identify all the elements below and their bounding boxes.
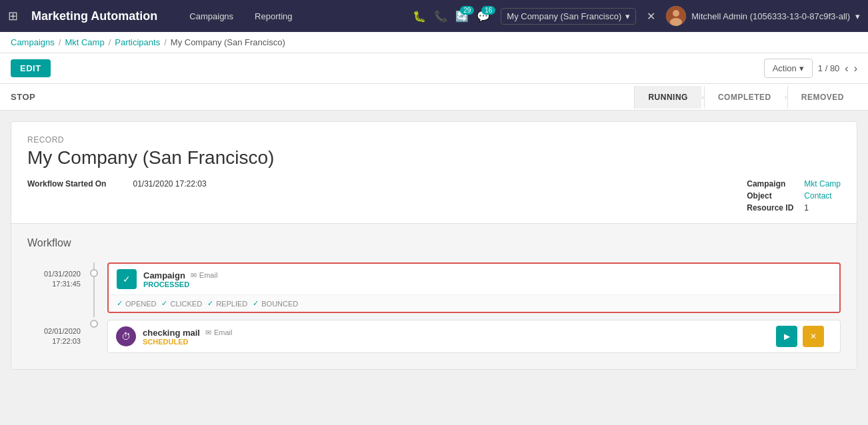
campaign-label: Campaign	[747, 179, 793, 189]
workflow-title: Workflow	[27, 237, 841, 249]
workflow-started-label: Workflow Started On	[27, 179, 106, 189]
company-selector[interactable]: My Company (San Francisco) ▾	[501, 8, 636, 25]
badge-clicked: ✓ CLICKED	[161, 299, 202, 308]
action-chevron-icon: ▾	[799, 63, 804, 73]
icon-group: 🐛 📞 🔄 29 💬 16	[413, 10, 490, 23]
wf-card-status-1: PROCESSED	[143, 280, 831, 288]
pager-next-button[interactable]: ›	[854, 63, 857, 75]
wf-card-campaign: ✓ Campaign ✉ Email PROCESSED	[107, 262, 841, 313]
avatar	[666, 6, 686, 26]
wf-mid-2	[87, 320, 101, 353]
badge-replied: ✓ REPLIED	[207, 299, 247, 308]
check-bounced: ✓	[253, 299, 259, 308]
tab-removed[interactable]: REMOVED	[787, 86, 857, 109]
company-name: My Company (San Francisco)	[507, 11, 621, 21]
wf-card-actions-2: ▶ ✕	[776, 326, 832, 347]
wf-card-checking-mail: ⏱ checking mail ✉ Email SCHEDULED	[107, 320, 841, 353]
tab-completed[interactable]: COMPLETED	[704, 86, 785, 109]
breadcrumb-sep-2: /	[109, 37, 111, 47]
tab-group: RUNNING › COMPLETED › REMOVED	[634, 86, 857, 109]
tab-running[interactable]: RUNNING	[634, 86, 701, 109]
toolbar: EDIT Action ▾ 1 / 80 ‹ ›	[0, 53, 868, 84]
chat-icon[interactable]: 💬 16	[477, 10, 490, 23]
record-title: My Company (San Francisco)	[27, 147, 841, 169]
edit-button[interactable]: EDIT	[11, 59, 51, 77]
check-replied: ✓	[207, 299, 213, 308]
wf-card-info-1: Campaign ✉ Email PROCESSED	[143, 270, 831, 288]
record-card: Record My Company (San Francisco) Workfl…	[11, 121, 857, 370]
envelope-icon-2: ✉	[205, 328, 211, 337]
wf-card-type-2: ✉ Email	[205, 328, 233, 337]
nav-campaigns[interactable]: Campaigns	[184, 9, 239, 24]
user-name: Mitchell Admin (1056333-13-0-87c9f3-all)	[691, 11, 850, 21]
envelope-icon-1: ✉	[191, 271, 197, 280]
pager-prev-button[interactable]: ‹	[845, 63, 848, 75]
wf-timestamp-1: 01/31/2020 17:31:45	[27, 262, 81, 317]
user-area[interactable]: Mitchell Admin (1056333-13-0-87c9f3-all)…	[666, 6, 860, 26]
wf-card-status-2: SCHEDULED	[143, 338, 769, 346]
wf-card-badges-1: ✓ OPENED ✓ CLICKED ✓ REPLIED	[109, 294, 839, 312]
phone-icon[interactable]: 📞	[434, 10, 447, 23]
record-meta-right: Campaign Mkt Camp Object Contact Resourc…	[747, 179, 841, 212]
action-label: Action	[773, 63, 797, 73]
pager-text: 1 / 80	[818, 63, 840, 73]
wf-card-title-1: Campaign	[143, 270, 185, 280]
stop-button[interactable]: STOP	[11, 84, 35, 110]
timeline-dot-1	[90, 269, 98, 277]
breadcrumb-sep-3: /	[164, 37, 167, 47]
chat-badge: 16	[481, 6, 495, 15]
breadcrumb-mktcamp[interactable]: Mkt Camp	[65, 37, 104, 47]
wf-card-2: ⏱ checking mail ✉ Email SCHEDULED	[107, 320, 841, 353]
app-title: Marketing Automation	[31, 9, 157, 23]
grid-icon[interactable]: ⊞	[8, 9, 18, 23]
pager: 1 / 80 ‹ ›	[818, 63, 857, 75]
user-chevron-icon: ▾	[855, 11, 860, 21]
badge-opened: ✓ OPENED	[117, 299, 156, 308]
top-nav: ⊞ Marketing Automation Campaigns Reporti…	[0, 0, 868, 32]
resource-id-value: 1	[804, 203, 841, 212]
breadcrumb-current: My Company (San Francisco)	[171, 37, 285, 47]
wf-card-title-2: checking mail	[143, 328, 200, 338]
chevron-down-icon: ▾	[625, 11, 630, 21]
wf-card-info-2: checking mail ✉ Email SCHEDULED	[143, 328, 769, 346]
wf-card-type-1: ✉ Email	[191, 271, 218, 280]
record-label: Record	[27, 135, 841, 145]
action-button[interactable]: Action ▾	[764, 59, 813, 78]
wf-card-header-2: ⏱ checking mail ✉ Email SCHEDULED	[108, 320, 840, 352]
breadcrumb-participants[interactable]: Participants	[115, 37, 160, 47]
object-label: Object	[747, 191, 793, 201]
main-content: Record My Company (San Francisco) Workfl…	[0, 111, 868, 380]
breadcrumb-campaigns[interactable]: Campaigns	[11, 37, 55, 47]
workflow-item-1: 01/31/2020 17:31:45 ✓ Campaign	[27, 262, 841, 317]
svg-point-1	[673, 10, 679, 17]
object-value: Contact	[804, 191, 841, 201]
workflow-item-2: 02/01/2020 17:22:03 ⏱ checking mail	[27, 320, 841, 353]
wf-icon-teal-1: ✓	[117, 269, 137, 289]
svg-point-2	[670, 18, 682, 26]
wf-mid-1	[87, 262, 101, 317]
refresh-icon[interactable]: 🔄 29	[455, 10, 469, 23]
breadcrumb-sep-1: /	[59, 37, 61, 47]
close-icon[interactable]: ✕	[647, 10, 655, 23]
wf-timestamp-2: 02/01/2020 17:22:03	[27, 320, 81, 353]
campaign-value: Mkt Camp	[804, 179, 841, 189]
status-tabs: STOP RUNNING › COMPLETED › REMOVED	[0, 84, 868, 111]
wf-icon-purple-2: ⏱	[116, 326, 136, 346]
badge-bounced: ✓ BOUNCED	[253, 299, 298, 308]
bug-icon[interactable]: 🐛	[413, 10, 426, 23]
record-header: Record My Company (San Francisco) Workfl…	[11, 122, 857, 224]
check-opened: ✓	[117, 299, 123, 308]
play-button[interactable]: ▶	[776, 326, 797, 347]
timeline-dot-2	[90, 320, 98, 328]
nav-reporting[interactable]: Reporting	[249, 9, 297, 24]
wf-card-1: ✓ Campaign ✉ Email PROCESSED	[107, 262, 841, 317]
workflow-started-value: 01/31/2020 17:22:03	[133, 179, 206, 189]
refresh-badge: 29	[460, 6, 474, 15]
breadcrumb: Campaigns / Mkt Camp / Participants / My…	[0, 32, 868, 53]
wf-card-header-1: ✓ Campaign ✉ Email PROCESSED	[109, 264, 839, 294]
resource-id-label: Resource ID	[747, 203, 793, 212]
check-clicked: ✓	[161, 299, 167, 308]
cancel-button[interactable]: ✕	[803, 326, 824, 347]
workflow-section: Workflow 01/31/2020 17:31:45 ✓	[11, 224, 857, 369]
